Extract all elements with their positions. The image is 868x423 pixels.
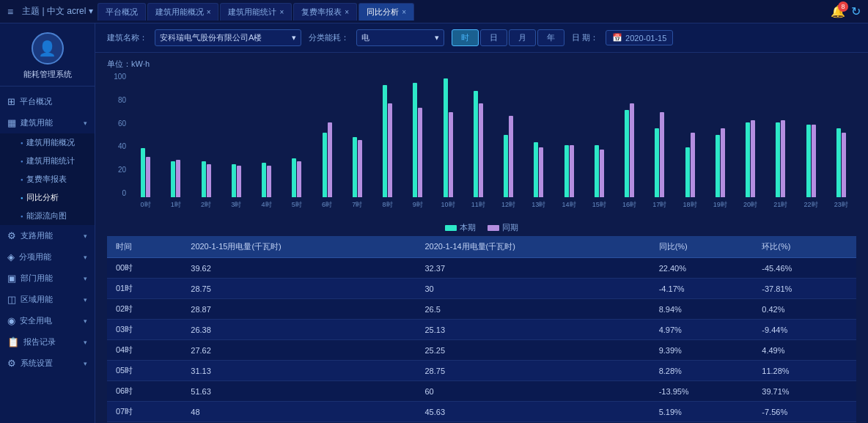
table-row: 05时31.1328.758.28%11.28% <box>107 361 856 381</box>
sidebar-item-platform[interactable]: ⊞平台概况 <box>0 91 95 112</box>
bar-group-8 <box>372 85 402 197</box>
bar-current-10 <box>444 78 448 197</box>
bar-group-18 <box>675 133 705 197</box>
top-tab-建筑用能统计[interactable]: 建筑用能统计× <box>220 3 292 21</box>
theme-label[interactable]: 主题 | 中文 acrel ▾ <box>22 5 92 18</box>
bar-prev-5 <box>297 161 301 197</box>
sub-item-能源流向图[interactable]: 能源流向图 <box>0 207 95 225</box>
safety-icon: ◉ <box>7 315 15 326</box>
chart-legend: 本期 同期 <box>107 222 856 233</box>
top-tab-建筑用能概况[interactable]: 建筑用能概况× <box>147 3 219 21</box>
bar-group-17 <box>644 112 674 197</box>
chevron-icon: ▾ <box>84 360 87 367</box>
branch-icon: ⚙ <box>7 230 16 241</box>
bar-group-12 <box>493 116 523 197</box>
sidebar-item-branch[interactable]: ⚙支路用能▾ <box>0 225 95 246</box>
bar-current-14 <box>564 145 569 197</box>
bar-prev-19 <box>721 128 725 197</box>
date-value: 2020-01-15 <box>625 34 666 43</box>
bar-prev-16 <box>630 103 634 197</box>
legend-current-color <box>445 225 457 231</box>
table-cell: 32.37 <box>416 258 650 279</box>
sidebar-label-dept: 部门用能 <box>21 273 53 284</box>
table-cell: -13.95% <box>650 381 754 402</box>
bar-group-9 <box>402 83 433 197</box>
sidebar-label-branch: 支路用能 <box>21 230 53 241</box>
sub-item-同比分析[interactable]: 同比分析 <box>0 188 95 207</box>
chevron-icon: ▾ <box>84 232 87 240</box>
bar-current-0 <box>141 148 145 197</box>
time-btn-日[interactable]: 日 <box>480 29 507 46</box>
bar-prev-10 <box>449 112 453 197</box>
bar-group-20 <box>735 120 765 197</box>
x-label: 10时 <box>433 200 463 210</box>
table-row: 04时27.6225.259.39%4.49% <box>107 340 856 361</box>
sub-item-建筑用能概况[interactable]: 建筑用能概况 <box>0 133 95 152</box>
date-label: 日 期： <box>572 32 598 43</box>
y-axis-label: 80 <box>118 96 126 104</box>
bar-group-10 <box>433 78 463 197</box>
bar-prev-2 <box>207 164 211 197</box>
chevron-icon: ▾ <box>84 119 87 127</box>
table-cell: 00时 <box>107 258 182 279</box>
sidebar-item-dept[interactable]: ▣部门用能▾ <box>0 268 95 289</box>
menu-icon[interactable]: ≡ <box>7 6 13 18</box>
top-tab-复费率报表[interactable]: 复费率报表× <box>293 3 357 21</box>
sidebar-item-report[interactable]: 📋报告记录▾ <box>0 331 95 353</box>
table-cell: 31.13 <box>182 361 416 381</box>
y-axis-label: 0 <box>122 189 126 197</box>
sub-item-建筑用能统计[interactable]: 建筑用能统计 <box>0 152 95 170</box>
tab-close-icon[interactable]: × <box>345 8 349 16</box>
category-select[interactable]: 电 ▾ <box>356 29 444 46</box>
bar-group-6 <box>312 122 342 197</box>
top-tab-平台概况[interactable]: 平台概况 <box>98 3 146 21</box>
time-btn-年[interactable]: 年 <box>537 29 564 46</box>
time-btn-时[interactable]: 时 <box>452 29 479 46</box>
date-picker[interactable]: 📅 2020-01-15 <box>606 30 673 45</box>
table-cell: 04时 <box>107 340 182 361</box>
x-label: 4时 <box>251 200 282 210</box>
bar-current-17 <box>655 128 659 197</box>
notification-badge: 8 <box>838 1 848 12</box>
table-cell: 4.49% <box>753 340 856 361</box>
sidebar-item-settings[interactable]: ⚙系统设置▾ <box>0 353 95 374</box>
table-row: 07时4845.635.19%-7.56% <box>107 402 856 422</box>
table-header: 2020-1-14用电量(千瓦时) <box>416 236 650 258</box>
table-cell: 22.40% <box>650 258 754 279</box>
sidebar-label-building-energy: 建筑用能 <box>21 117 53 128</box>
tab-close-icon[interactable]: × <box>402 8 406 16</box>
bar-group-22 <box>796 125 826 197</box>
table-cell: 51.63 <box>182 381 416 402</box>
bar-prev-17 <box>660 112 664 197</box>
sub-item-复费率报表[interactable]: 复费率报表 <box>0 170 95 188</box>
x-label: 7时 <box>342 200 372 210</box>
bar-current-1 <box>171 161 175 197</box>
refresh-icon[interactable]: ↻ <box>851 4 861 18</box>
sidebar-section-safety: ◉安全用电▾ <box>0 310 95 331</box>
sidebar-item-safety[interactable]: ◉安全用电▾ <box>0 310 95 331</box>
table-cell: 8.94% <box>650 299 754 320</box>
bar-prev-6 <box>328 122 332 197</box>
sidebar-item-area[interactable]: ◫区域用能▾ <box>0 289 95 310</box>
sidebar-item-building-energy[interactable]: ▦建筑用能▾ <box>0 112 95 133</box>
building-select[interactable]: 安科瑞电气股份有限公司A楼 ▾ <box>155 29 301 46</box>
legend-current: 本期 <box>445 222 476 233</box>
table-row: 03时26.3825.134.97%-9.44% <box>107 320 856 340</box>
tab-close-icon[interactable]: × <box>207 8 211 16</box>
notification-bell[interactable]: 🔔 8 <box>831 4 845 18</box>
top-right: 🔔 8 ↻ <box>831 4 861 18</box>
x-axis: 0时1时2时3时4时5时6时7时8时9时10时11时12时13时14时15时16… <box>130 197 856 219</box>
top-tab-同比分析[interactable]: 同比分析× <box>358 3 414 21</box>
bar-group-11 <box>463 91 493 197</box>
time-btn-月[interactable]: 月 <box>509 29 536 46</box>
table-cell: 4.97% <box>650 320 754 340</box>
table-cell: 27.62 <box>182 340 416 361</box>
bar-prev-20 <box>751 120 755 197</box>
sidebar-nav: ⊞平台概况▦建筑用能▾建筑用能概况建筑用能统计复费率报表同比分析能源流向图⚙支路… <box>0 87 95 423</box>
bar-current-18 <box>685 147 690 197</box>
sidebar-item-sub-energy[interactable]: ◈分项用能▾ <box>0 246 95 268</box>
tab-close-icon[interactable]: × <box>279 8 284 16</box>
bar-current-7 <box>353 137 357 197</box>
bar-group-5 <box>282 158 312 197</box>
bar-current-12 <box>504 135 508 197</box>
